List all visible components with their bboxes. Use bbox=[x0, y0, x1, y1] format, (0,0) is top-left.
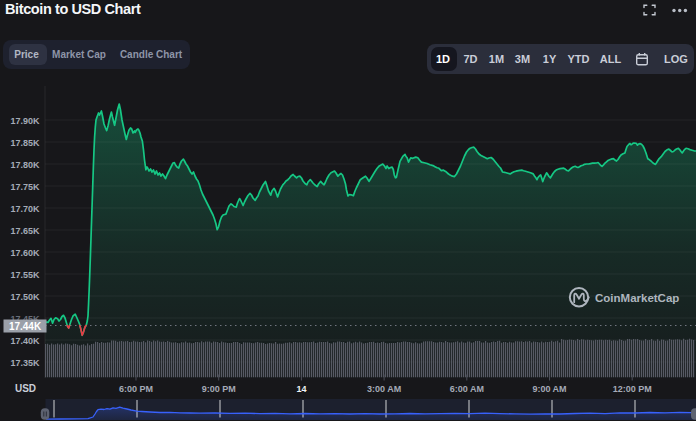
svg-text:9:00 AM: 9:00 AM bbox=[532, 384, 566, 394]
svg-text:17.90K: 17.90K bbox=[10, 116, 40, 126]
svg-text:6:00 AM: 6:00 AM bbox=[450, 384, 484, 394]
svg-text:17.70K: 17.70K bbox=[10, 204, 40, 214]
svg-text:17.44K: 17.44K bbox=[9, 321, 42, 332]
svg-text:17.85K: 17.85K bbox=[10, 138, 40, 148]
svg-text:17.75K: 17.75K bbox=[10, 182, 40, 192]
svg-text:17.80K: 17.80K bbox=[10, 160, 40, 170]
svg-text:9:00 PM: 9:00 PM bbox=[202, 384, 236, 394]
svg-text:USD: USD bbox=[15, 383, 36, 394]
svg-text:CoinMarketCap: CoinMarketCap bbox=[595, 292, 679, 304]
svg-text:17.55K: 17.55K bbox=[10, 270, 40, 280]
svg-text:17.40K: 17.40K bbox=[10, 336, 40, 346]
svg-text:17.35K: 17.35K bbox=[10, 358, 40, 368]
svg-text:12:00 PM: 12:00 PM bbox=[613, 384, 652, 394]
svg-text:17.50K: 17.50K bbox=[10, 292, 40, 302]
svg-text:17.65K: 17.65K bbox=[10, 226, 40, 236]
svg-text:14: 14 bbox=[296, 384, 306, 394]
svg-text:3:00 AM: 3:00 AM bbox=[367, 384, 401, 394]
svg-text:6:00 PM: 6:00 PM bbox=[119, 384, 153, 394]
svg-text:17.60K: 17.60K bbox=[10, 248, 40, 258]
